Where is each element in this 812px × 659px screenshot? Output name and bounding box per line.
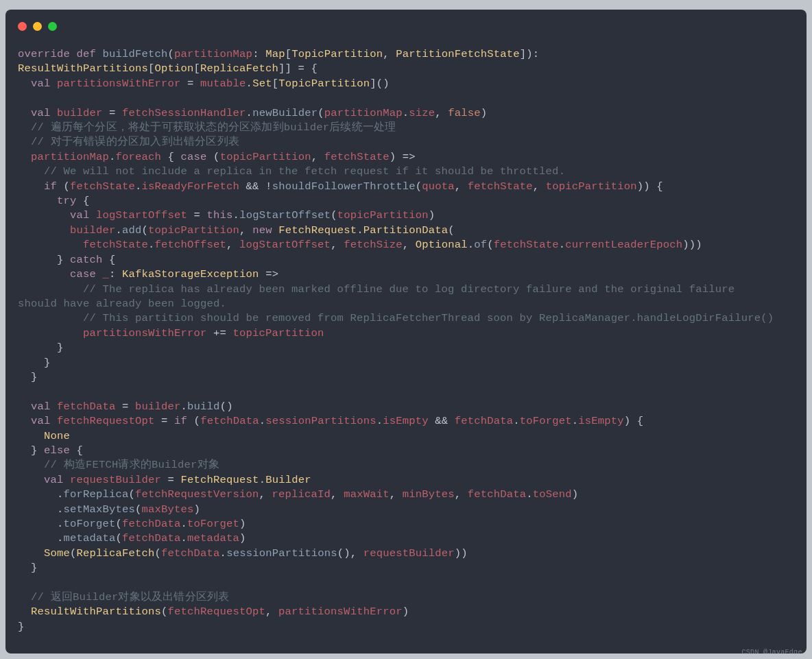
code-block: override def buildFetch(partitionMap: Ma… xyxy=(18,47,794,634)
code-window: override def buildFetch(partitionMap: Ma… xyxy=(5,10,807,654)
minimize-icon[interactable] xyxy=(33,22,42,31)
close-icon[interactable] xyxy=(18,22,27,31)
watermark: CSDN @JavaEdge. xyxy=(741,649,807,656)
window-controls xyxy=(18,22,794,31)
code-line: override xyxy=(18,48,70,60)
maximize-icon[interactable] xyxy=(48,22,57,31)
